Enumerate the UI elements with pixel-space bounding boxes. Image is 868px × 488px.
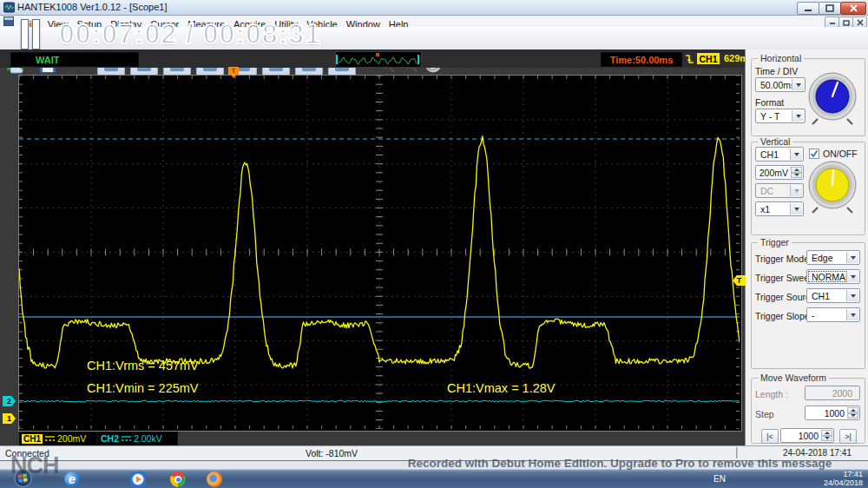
vrms-annotation: CH1:Vrms = 457mV: [87, 359, 199, 373]
language-indicator[interactable]: EN: [713, 474, 726, 484]
ch1-badge: CH1: [22, 434, 43, 444]
chrome-icon[interactable]: [170, 472, 186, 487]
trigger-edge-icon: [684, 52, 695, 66]
waveform-preview[interactable]: [335, 51, 422, 68]
close-button[interactable]: [840, 2, 866, 15]
format-select[interactable]: Y - T: [755, 109, 806, 123]
ch1-scale: 200mV: [57, 433, 86, 444]
maximize-icon: [825, 4, 834, 12]
chevron-down-icon: [846, 271, 858, 282]
ch2-scale: 2.00kV: [134, 433, 162, 444]
firefox-icon[interactable]: [207, 472, 222, 487]
spinner-arrows-icon[interactable]: [847, 407, 858, 419]
channel-select[interactable]: CH1: [755, 147, 804, 162]
window-title: HANTEK1008 Ver1.0.12 - [Scope1]: [17, 2, 167, 12]
ch2-scale-readout: CH2 2.00kV: [97, 432, 178, 445]
waveform-preview-icon: [336, 53, 419, 66]
vertical-knob[interactable]: [806, 159, 859, 214]
clock-date: 24/04/2018: [812, 479, 863, 488]
volts-div-spinner[interactable]: 200mV: [755, 165, 804, 180]
time-div-value: 50.00ms: [760, 80, 795, 90]
time-div-select[interactable]: 50.00ms: [755, 77, 806, 92]
timebase-readout: Time:50.00ms: [601, 52, 682, 67]
horizontal-knob[interactable]: [806, 70, 859, 126]
trigger-source-select[interactable]: CH1: [806, 288, 860, 303]
trigger-title: Trigger: [758, 237, 792, 247]
chevron-down-icon: [792, 110, 804, 122]
trigger-position-arrow-icon: [231, 75, 236, 78]
format-label: Format: [755, 97, 784, 108]
scope-status-strip: WAIT Time:50.00ms CH1 629mV: [0, 49, 745, 68]
trigger-position-marker[interactable]: T: [228, 67, 239, 75]
minimize-icon: [804, 5, 812, 12]
trigger-slope-select[interactable]: -: [806, 307, 860, 322]
trigger-mode-label: Trigger Mode: [755, 254, 809, 264]
onoff-label: ON/OFF: [823, 148, 858, 159]
coupling-value: DC: [760, 186, 773, 196]
title-bar: HANTEK1008 Ver1.0.12 - [Scope1]: [0, 0, 868, 16]
go-first-button[interactable]: |<: [761, 429, 779, 444]
trigger-slope-label: Trigger Slope: [755, 311, 810, 321]
clock[interactable]: 17:41 24/04/2018: [812, 471, 863, 487]
close-icon: [850, 4, 858, 12]
length-field: 2000: [805, 386, 860, 400]
minimize-button[interactable]: [797, 2, 819, 15]
acquisition-state: WAIT: [10, 52, 139, 67]
vertical-title: Vertical: [758, 136, 792, 147]
mdi-close-icon: [857, 19, 864, 26]
go-last-button[interactable]: >|: [839, 429, 857, 444]
step-spinner[interactable]: 1000: [805, 406, 860, 420]
chevron-down-icon: [846, 290, 858, 301]
chevron-down-icon: [790, 148, 802, 160]
taskbar: e: [0, 469, 868, 488]
trigger-mode-value: Edge: [812, 253, 833, 263]
recorder-watermark: Recorded with Debut Home Edition. Upgrad…: [380, 457, 859, 470]
trigger-slope-value: -: [812, 310, 815, 320]
format-value: Y - T: [760, 111, 779, 122]
move-waveform-title: Move Waveform: [758, 373, 829, 383]
chevron-down-icon: [792, 79, 804, 90]
waveform-display[interactable]: [18, 75, 742, 432]
chevron-down-icon: [846, 252, 858, 263]
trigger-mode-select[interactable]: Edge: [806, 250, 860, 265]
timebase-label: Time:50.00ms: [610, 55, 674, 65]
vmax-annotation: CH1:Vmax = 1.28V: [447, 381, 556, 395]
probe-value: x1: [760, 204, 770, 214]
media-player-icon[interactable]: [130, 472, 146, 487]
spinner-arrows-icon[interactable]: [821, 430, 832, 441]
internet-explorer-icon[interactable]: e: [64, 472, 80, 487]
volts-div-value: 200mV: [760, 168, 788, 178]
trigger-sweep-label: Trigger Sweep: [755, 273, 814, 283]
position-spinner[interactable]: 1000: [780, 428, 834, 443]
oscilloscope-grid: [19, 76, 740, 429]
step-value: 1000: [825, 408, 845, 419]
dc-coupling-icon: [122, 435, 131, 442]
vmin-annotation: CH1:Vmin = 225mV: [87, 381, 199, 395]
mdi-restore-icon: [843, 19, 850, 26]
document-window-icon: [3, 16, 14, 26]
channel-onoff[interactable]: ON/OFF: [809, 148, 858, 159]
probe-select[interactable]: x1: [755, 201, 804, 216]
coupling-select: DC: [755, 183, 804, 198]
spinner-arrows-icon[interactable]: [791, 167, 802, 178]
acquisition-state-label: WAIT: [36, 55, 60, 65]
volt-readout: Volt: -810mV: [306, 448, 358, 458]
checkbox-checked-icon[interactable]: [809, 148, 819, 159]
chevron-down-icon: [790, 185, 802, 196]
mdi-minimize-icon: [829, 19, 836, 25]
ch1-scale-readout: CH1 200mV: [19, 432, 97, 445]
trigger-sweep-value: NORMAL: [812, 272, 851, 282]
maximize-button[interactable]: [819, 2, 841, 15]
chevron-down-icon: [790, 203, 802, 214]
chevron-down-icon: [846, 309, 858, 320]
app-icon: [3, 2, 15, 13]
ch1-ground-marker[interactable]: 1: [3, 413, 16, 424]
time-div-label: Time / DIV: [755, 66, 798, 76]
recorder-pause-icon: [21, 19, 40, 49]
control-panel: Horizontal Time / DIV 50.00ms Format Y -…: [745, 49, 868, 445]
length-label: Length :: [755, 389, 788, 399]
dc-coupling-icon: [45, 435, 55, 442]
ch2-ground-marker[interactable]: 2: [3, 396, 16, 406]
trigger-sweep-select[interactable]: NORMAL: [806, 269, 860, 284]
trigger-channel-badge: CH1: [697, 53, 720, 64]
